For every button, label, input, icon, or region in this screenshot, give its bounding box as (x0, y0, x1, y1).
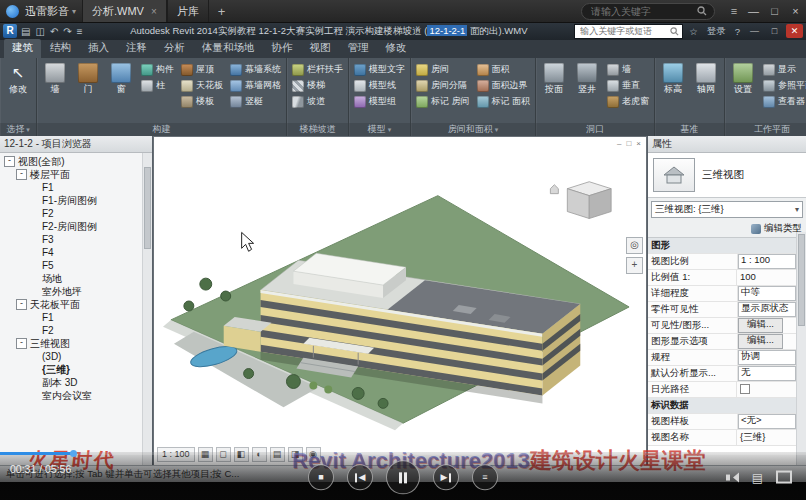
tree-item[interactable]: 副本 3D (0, 376, 143, 389)
property-row[interactable]: 图形 (648, 238, 797, 254)
curtain-system-button[interactable]: 幕墙系统 (228, 62, 283, 77)
property-row[interactable]: 默认分析显示... 无 (648, 366, 797, 382)
property-value[interactable]: <无> (737, 414, 796, 429)
open-icon[interactable]: ▤ (20, 26, 31, 37)
door-button[interactable]: 门 (73, 60, 103, 121)
window-button[interactable]: 窗 (106, 60, 136, 121)
ribbon-tab[interactable]: 视图 (302, 39, 339, 58)
search-icon[interactable] (697, 6, 707, 16)
playlist-button[interactable]: ≡ (472, 464, 498, 490)
tree-item[interactable]: F1 (0, 311, 143, 324)
modify-button[interactable]: 修改 (3, 60, 33, 121)
edit-type-button[interactable]: 编辑类型 (751, 222, 802, 235)
revit-maximize-button[interactable]: □ (766, 24, 783, 38)
property-value[interactable]: {三维} (736, 430, 797, 445)
ribbon-tab[interactable]: 协作 (264, 39, 301, 58)
tree-item[interactable]: F2 (0, 324, 143, 337)
ribbon-tab[interactable]: 注释 (118, 39, 155, 58)
player-search-box[interactable] (581, 3, 715, 20)
tree-expand-icon[interactable] (4, 156, 15, 167)
player-close-button[interactable]: × (785, 0, 806, 22)
player-tab-video[interactable]: 分析.WMV × (82, 0, 167, 22)
viewer-button[interactable]: 查看器 (761, 94, 806, 109)
favorites-icon[interactable]: ☆ (686, 26, 701, 37)
player-menu-icon[interactable]: ≡ (725, 5, 743, 17)
property-value[interactable] (736, 382, 797, 397)
property-row[interactable]: 标识数据 (648, 398, 797, 414)
family-preview-box[interactable] (653, 158, 695, 192)
tree-item[interactable]: 室外地坪 (0, 285, 143, 298)
tag-room-button[interactable]: 标记 房间 (414, 94, 472, 109)
player-minimize-button[interactable]: — (743, 0, 764, 22)
drawing-viewport[interactable]: – □ × (153, 136, 647, 466)
ribbon-tab[interactable]: 修改 (378, 39, 415, 58)
dormer-button[interactable]: 老虎窗 (605, 94, 651, 109)
property-row[interactable]: 图形显示选项 编辑... (648, 334, 797, 350)
tree-item[interactable]: (3D) (0, 350, 143, 363)
tree-expand-icon[interactable] (16, 169, 27, 180)
tree-item[interactable]: 三维视图 (0, 337, 143, 350)
tree-item[interactable]: 视图(全部) (0, 155, 143, 168)
wall-opening-button[interactable]: 墙 (605, 62, 651, 77)
tree-expand-icon[interactable] (16, 338, 27, 349)
volume-icon[interactable] (726, 472, 739, 482)
new-tab-button[interactable]: + (209, 4, 235, 19)
tree-item[interactable]: F3 (0, 233, 143, 246)
room-separator-button[interactable]: 房间分隔 (414, 78, 472, 93)
ribbon-tab[interactable]: 建筑 (4, 39, 41, 58)
property-value[interactable]: 中等 (737, 286, 796, 301)
ribbon-tab[interactable]: 结构 (42, 39, 79, 58)
tree-item[interactable]: F2-房间图例 (0, 220, 143, 233)
scrollbar-thumb[interactable] (144, 167, 151, 249)
curtain-grid-button[interactable]: 幕墙网格 (228, 78, 283, 93)
print-icon[interactable]: ≡ (76, 26, 84, 37)
property-row[interactable]: 可见性/图形... 编辑... (648, 318, 797, 334)
redo-icon[interactable]: ↷ (62, 26, 72, 37)
mullion-button[interactable]: 竖梃 (228, 94, 283, 109)
infocenter-search-input[interactable] (578, 25, 668, 37)
player-tab-library[interactable]: 片库 (167, 0, 209, 22)
tree-item[interactable]: F1-房间图例 (0, 194, 143, 207)
ribbon-tab[interactable]: 分析 (156, 39, 193, 58)
vertical-opening-button[interactable]: 垂直 (605, 78, 651, 93)
view-close-icon[interactable]: × (636, 139, 641, 148)
player-maximize-button[interactable]: □ (764, 0, 785, 22)
zoom-icon[interactable]: + (626, 257, 643, 274)
seek-bar[interactable] (0, 452, 806, 455)
model-group-button[interactable]: 模型组 (352, 94, 407, 109)
tag-area-button[interactable]: 标记 面积 (475, 94, 533, 109)
tree-item[interactable]: F4 (0, 246, 143, 259)
workplane-show-button[interactable]: 显示 (761, 62, 806, 77)
tree-expand-icon[interactable] (16, 299, 27, 310)
component-button[interactable]: 构件 (139, 62, 176, 77)
ribbon-tab[interactable]: 插入 (80, 39, 117, 58)
pause-button[interactable] (386, 460, 420, 494)
tree-item[interactable]: F5 (0, 259, 143, 272)
column-button[interactable]: 柱 (139, 78, 176, 93)
property-value[interactable]: 协调 (737, 350, 796, 365)
property-value[interactable]: 显示原状态 (737, 302, 796, 317)
ref-plane-button[interactable]: 参照平面 (761, 78, 806, 93)
revit-minimize-button[interactable]: — (746, 24, 763, 38)
player-search-input[interactable] (589, 5, 697, 18)
property-row[interactable]: 视图名称 {三维} (648, 430, 797, 446)
tree-item[interactable]: 楼层平面 (0, 168, 143, 181)
property-value[interactable]: 100 (736, 270, 797, 285)
property-value[interactable]: 1 : 100 (737, 254, 796, 269)
stop-button[interactable]: ■ (308, 464, 334, 490)
revit-close-button[interactable]: ✕ (786, 24, 803, 38)
tree-item[interactable]: {三维} (0, 363, 143, 376)
property-row[interactable]: 零件可见性 显示原状态 (648, 302, 797, 318)
area-boundary-button[interactable]: 面积边界 (475, 78, 533, 93)
previous-button[interactable]: ◀ (347, 464, 373, 490)
area-button[interactable]: 面积 (475, 62, 533, 77)
floor-button[interactable]: 楼板 (179, 94, 225, 109)
model-line-button[interactable]: 模型线 (352, 78, 407, 93)
search-icon[interactable] (670, 27, 679, 36)
level-button[interactable]: 标高 (658, 60, 688, 121)
workplane-set-button[interactable]: 设置 (728, 60, 758, 121)
browser-scrollbar[interactable] (142, 153, 152, 466)
infocenter-search-box[interactable] (574, 24, 683, 39)
wall-button[interactable]: 墙 (40, 60, 70, 121)
type-selector[interactable]: 三维视图: {三维} ▾ (651, 201, 803, 218)
